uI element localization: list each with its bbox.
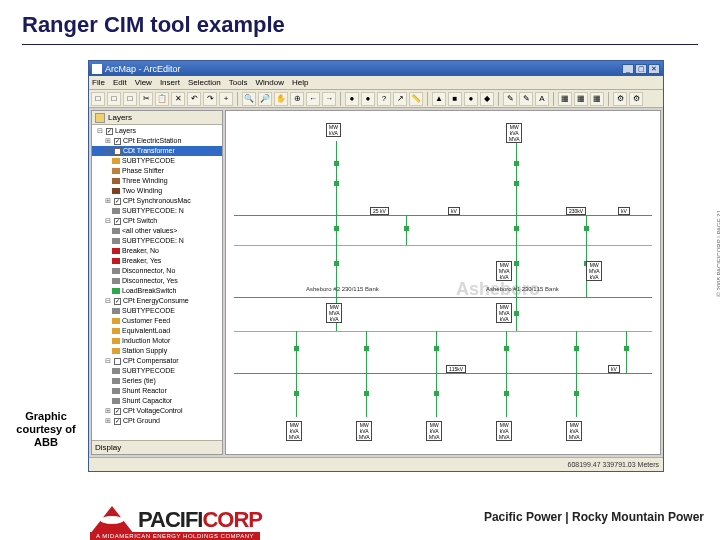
layer-item[interactable]: Breaker, Yes	[92, 256, 222, 266]
layer-checkbox[interactable]: ✓	[114, 198, 121, 205]
toolbar-button-1[interactable]: □	[107, 92, 121, 106]
switch-node[interactable]	[334, 161, 339, 166]
switch-node[interactable]	[434, 391, 439, 396]
toolbar-button-12[interactable]: ✋	[274, 92, 288, 106]
toolbar-button-11[interactable]: 🔎	[258, 92, 272, 106]
layer-item[interactable]: Disconnector, Yes	[92, 276, 222, 286]
toolbar-button-23[interactable]: ▲	[432, 92, 446, 106]
layer-checkbox[interactable]: ✓	[114, 418, 121, 425]
toolbar-button-2[interactable]: □	[123, 92, 137, 106]
layer-tree[interactable]: ⊟✓Layers⊞✓CPt ElectricStation⊟✓CDt Trans…	[92, 125, 222, 440]
layer-checkbox[interactable]: ✓	[114, 408, 121, 415]
layer-item[interactable]: ⊞✓CPt ElectricStation	[92, 136, 222, 146]
toolbar-button-6[interactable]: ↶	[187, 92, 201, 106]
layer-item[interactable]: Shunt Reactor	[92, 386, 222, 396]
layer-item[interactable]: SUBTYPECODE	[92, 306, 222, 316]
toolbar-button-17[interactable]: ●	[345, 92, 359, 106]
layer-item[interactable]: Breaker, No	[92, 246, 222, 256]
toolbar-button-14[interactable]: ←	[306, 92, 320, 106]
menu-help[interactable]: Help	[292, 78, 308, 87]
toolbar-button-19[interactable]: ?	[377, 92, 391, 106]
layer-item[interactable]: Station Supply	[92, 346, 222, 356]
switch-node[interactable]	[364, 391, 369, 396]
switch-node[interactable]	[404, 226, 409, 231]
toolbar-button-29[interactable]: ✎	[519, 92, 533, 106]
tree-toggle-icon[interactable]: ⊞	[104, 416, 112, 426]
toolbar-button-32[interactable]: ▦	[558, 92, 572, 106]
layer-checkbox[interactable]: ✓	[106, 128, 113, 135]
toolbar-button-24[interactable]: ■	[448, 92, 462, 106]
layer-checkbox[interactable]: ✓	[114, 148, 121, 155]
tree-toggle-icon[interactable]: ⊞	[104, 136, 112, 146]
toolbar-button-20[interactable]: ↗	[393, 92, 407, 106]
layer-item[interactable]: <all other values>	[92, 226, 222, 236]
switch-node[interactable]	[514, 261, 519, 266]
tree-toggle-icon[interactable]: ⊟	[104, 216, 112, 226]
switch-node[interactable]	[294, 391, 299, 396]
layer-item[interactable]: ⊞✓CPt VoltageControl	[92, 406, 222, 416]
toolbar-button-5[interactable]: ✕	[171, 92, 185, 106]
minimize-button[interactable]: _	[622, 64, 634, 74]
tree-toggle-icon[interactable]: ⊟	[104, 356, 112, 366]
layer-item[interactable]: ⊟CPt Compensator	[92, 356, 222, 366]
map-canvas[interactable]: Asheboro MWkVAMWkVAMVA25 kVkV230kVkVMWMV…	[225, 110, 661, 455]
layer-item[interactable]: Disconnector, No	[92, 266, 222, 276]
toolbar-button-10[interactable]: 🔍	[242, 92, 256, 106]
toolbar-button-3[interactable]: ✂	[139, 92, 153, 106]
layer-item[interactable]: SUBTYPECODE: N	[92, 236, 222, 246]
toolbar-button-0[interactable]: □	[91, 92, 105, 106]
menu-view[interactable]: View	[135, 78, 152, 87]
toolbar-button-36[interactable]: ⚙	[613, 92, 627, 106]
tree-toggle-icon[interactable]: ⊞	[104, 196, 112, 206]
toolbar-button-28[interactable]: ✎	[503, 92, 517, 106]
layer-item[interactable]: EquivalentLoad	[92, 326, 222, 336]
toolbar-button-15[interactable]: →	[322, 92, 336, 106]
menu-selection[interactable]: Selection	[188, 78, 221, 87]
switch-node[interactable]	[584, 226, 589, 231]
switch-node[interactable]	[574, 346, 579, 351]
toolbar-button-34[interactable]: ▦	[590, 92, 604, 106]
switch-node[interactable]	[574, 391, 579, 396]
toolbar-button-13[interactable]: ⊕	[290, 92, 304, 106]
toolbar-button-30[interactable]: A	[535, 92, 549, 106]
switch-node[interactable]	[504, 391, 509, 396]
toolbar-button-21[interactable]: 📏	[409, 92, 423, 106]
layer-checkbox[interactable]: ✓	[114, 218, 121, 225]
toolbar-button-26[interactable]: ◆	[480, 92, 494, 106]
layer-item[interactable]: SUBTYPECODE	[92, 366, 222, 376]
switch-node[interactable]	[434, 346, 439, 351]
tree-toggle-icon[interactable]: ⊟	[96, 126, 104, 136]
tree-toggle-icon[interactable]: ⊟	[104, 146, 112, 156]
menu-file[interactable]: File	[92, 78, 105, 87]
switch-node[interactable]	[334, 226, 339, 231]
close-button[interactable]: ✕	[648, 64, 660, 74]
layer-item[interactable]: ⊟✓Layers	[92, 126, 222, 136]
layer-item[interactable]: LoadBreakSwitch	[92, 286, 222, 296]
switch-node[interactable]	[624, 346, 629, 351]
layer-item[interactable]: Customer Feed	[92, 316, 222, 326]
layer-item[interactable]: Shunt Capacitor	[92, 396, 222, 406]
switch-node[interactable]	[364, 346, 369, 351]
toolbar-button-18[interactable]: ●	[361, 92, 375, 106]
switch-node[interactable]	[514, 226, 519, 231]
tree-toggle-icon[interactable]: ⊟	[104, 296, 112, 306]
layer-item[interactable]: SUBTYPECODE	[92, 156, 222, 166]
switch-node[interactable]	[294, 346, 299, 351]
layer-checkbox[interactable]: ✓	[114, 138, 121, 145]
layer-item[interactable]: Two Winding	[92, 186, 222, 196]
toolbar-button-8[interactable]: +	[219, 92, 233, 106]
switch-node[interactable]	[504, 346, 509, 351]
layer-item[interactable]: Series (tie)	[92, 376, 222, 386]
switch-node[interactable]	[334, 181, 339, 186]
layer-item[interactable]: SUBTYPECODE: N	[92, 206, 222, 216]
maximize-button[interactable]: ▢	[635, 64, 647, 74]
switch-node[interactable]	[514, 311, 519, 316]
toolbar-button-25[interactable]: ●	[464, 92, 478, 106]
toolbar-button-33[interactable]: ▦	[574, 92, 588, 106]
switch-node[interactable]	[514, 161, 519, 166]
menu-tools[interactable]: Tools	[229, 78, 248, 87]
layer-item[interactable]: Three Winding	[92, 176, 222, 186]
toolbar-button-37[interactable]: ⚙	[629, 92, 643, 106]
layer-item[interactable]: Phase Shifter	[92, 166, 222, 176]
toolbar-button-4[interactable]: 📋	[155, 92, 169, 106]
